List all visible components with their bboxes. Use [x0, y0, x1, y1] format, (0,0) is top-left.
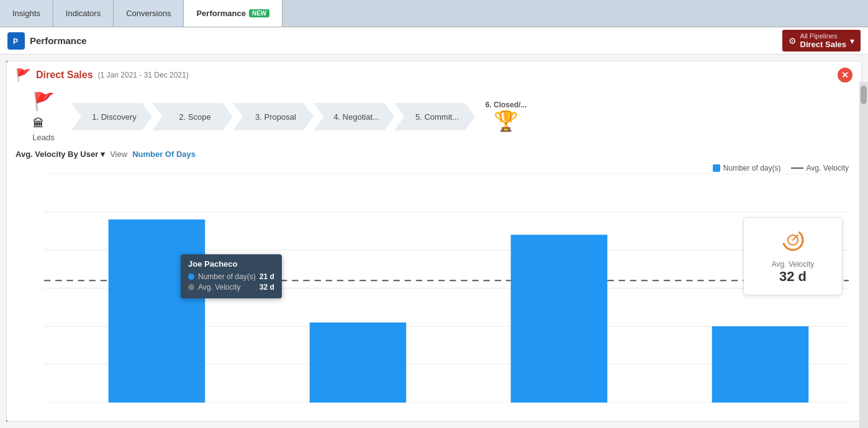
- filter-label: Avg. Velocity By User: [16, 149, 98, 159]
- tooltip-row-velocity: Avg. Velocity 32 d: [188, 283, 274, 292]
- stage-negotiate[interactable]: 4. Negotiat...: [314, 103, 394, 130]
- header-logo: P: [7, 32, 25, 50]
- stage-closed[interactable]: 6. Closed/... 🏆: [475, 100, 537, 133]
- tab-indicators-label: Indicators: [66, 9, 101, 18]
- velocity-label: Avg. Velocity: [772, 260, 814, 269]
- trophy-icon: 🏆: [494, 109, 518, 133]
- tooltip-velocity-dot: [188, 284, 194, 290]
- chart-tooltip: Joe Pacheco Number of day(s) 21 d Avg. V…: [181, 254, 282, 298]
- tooltip-velocity-key: Avg. Velocity: [198, 283, 256, 292]
- velocity-value: 32 d: [779, 269, 807, 285]
- chart-svg: 60 d 50 d 40 d 30 d 20 d 10 d 0 d Don Ar…: [44, 174, 849, 403]
- chart-area: 60 d 50 d 40 d 30 d 20 d 10 d 0 d Don Ar…: [7, 174, 861, 421]
- legend-line: Avg. Velocity: [791, 164, 849, 172]
- velocity-svg-icon: [780, 228, 805, 252]
- header-bar: P Performance ⚙ All Pipelines Direct Sal…: [0, 27, 868, 55]
- card-title: Direct Sales: [36, 69, 93, 81]
- stage-scope-label: 2. Scope: [179, 112, 210, 122]
- tooltip-days-key: Number of day(s): [198, 272, 256, 281]
- filter-dropdown[interactable]: Avg. Velocity By User ▾: [16, 149, 105, 159]
- header-left: P Performance: [7, 32, 87, 50]
- bar-nikolaus-kimla[interactable]: [511, 234, 608, 403]
- velocity-icon: [780, 228, 805, 257]
- stage-commit[interactable]: 5. Commit...: [394, 103, 475, 130]
- leads-flag-icon: 🚩🏛: [33, 91, 55, 132]
- new-badge: NEW: [249, 9, 269, 17]
- bar-joe-pacheco[interactable]: [310, 323, 407, 403]
- legend-bar: Number of day(s): [713, 164, 781, 172]
- card-header: 🚩 Direct Sales (1 Jan 2021 - 31 Dec 2021…: [7, 61, 861, 86]
- svg-text:P: P: [13, 37, 18, 46]
- tab-performance[interactable]: Performance NEW: [184, 0, 283, 27]
- dropdown-arrow-icon: ▾: [850, 36, 854, 46]
- leads-label: Leads: [32, 133, 54, 142]
- velocity-card: Avg. Velocity 32 d: [743, 217, 843, 295]
- tooltip-title: Joe Pacheco: [188, 259, 274, 269]
- stage-proposal[interactable]: 3. Proposal: [233, 103, 314, 130]
- tab-bar: Insights Indicators Conversions Performa…: [0, 0, 868, 27]
- stage-negotiate-label: 4. Negotiat...: [333, 112, 379, 122]
- legend-bar-dot: [713, 164, 720, 172]
- stage-proposal-label: 3. Proposal: [255, 112, 296, 122]
- tab-performance-label: Performance: [196, 9, 245, 18]
- tooltip-velocity-val: 32 d: [260, 283, 274, 292]
- main-content: 🚩 Direct Sales (1 Jan 2021 - 31 Dec 2021…: [0, 55, 868, 428]
- tab-conversions[interactable]: Conversions: [114, 0, 184, 27]
- legend-bar-label: Number of day(s): [723, 164, 781, 172]
- close-button[interactable]: ✕: [838, 68, 852, 82]
- tooltip-days-val: 21 d: [260, 272, 274, 281]
- legend-line-icon: [791, 167, 803, 169]
- all-pipelines-label: All Pipelines: [800, 32, 846, 40]
- card-subtitle: (1 Jan 2021 - 31 Dec 2021): [98, 71, 189, 79]
- chevron-down-icon: ▾: [101, 149, 105, 159]
- logo-icon: P: [10, 35, 22, 47]
- stage-discovery[interactable]: 1. Discovery: [71, 103, 152, 130]
- stage-leads: 🚩🏛 Leads: [16, 91, 71, 142]
- tab-insights-label: Insights: [12, 9, 40, 18]
- tab-conversions-label: Conversions: [126, 9, 171, 18]
- legend-row: Number of day(s) Avg. Velocity: [7, 161, 861, 174]
- tab-insights[interactable]: Insights: [0, 0, 53, 27]
- tooltip-row-days: Number of day(s) 21 d: [188, 272, 274, 281]
- gear-icon: ⚙: [789, 36, 797, 46]
- pipeline-info: All Pipelines Direct Sales: [800, 32, 846, 49]
- legend-line-label: Avg. Velocity: [807, 164, 849, 172]
- header-title: Performance: [30, 35, 87, 46]
- view-value: Number Of Days: [132, 149, 196, 159]
- controls-row: Avg. Velocity By User ▾ View Number Of D…: [7, 147, 861, 161]
- scrollbar-thumb[interactable]: [861, 86, 867, 104]
- view-label: View: [110, 149, 127, 159]
- bar-todd-martin[interactable]: [712, 326, 809, 403]
- stage-closed-label: 6. Closed/...: [486, 100, 527, 109]
- tooltip-days-dot: [188, 274, 194, 280]
- flag-icon: 🚩: [16, 68, 31, 82]
- stage-discovery-label: 1. Discovery: [92, 112, 137, 122]
- pipeline-name: Direct Sales: [800, 40, 846, 49]
- performance-card: 🚩 Direct Sales (1 Jan 2021 - 31 Dec 2021…: [6, 61, 862, 422]
- pipeline-selector[interactable]: ⚙ All Pipelines Direct Sales ▾: [782, 30, 861, 51]
- scrollbar[interactable]: [859, 82, 868, 428]
- stage-scope[interactable]: 2. Scope: [152, 103, 233, 130]
- tab-indicators[interactable]: Indicators: [53, 0, 114, 27]
- stages-row: 🚩🏛 Leads 1. Discovery 2. Scope 3. Propos…: [7, 86, 861, 147]
- stage-commit-label: 5. Commit...: [415, 112, 459, 122]
- bar-don-araldi[interactable]: [109, 220, 206, 403]
